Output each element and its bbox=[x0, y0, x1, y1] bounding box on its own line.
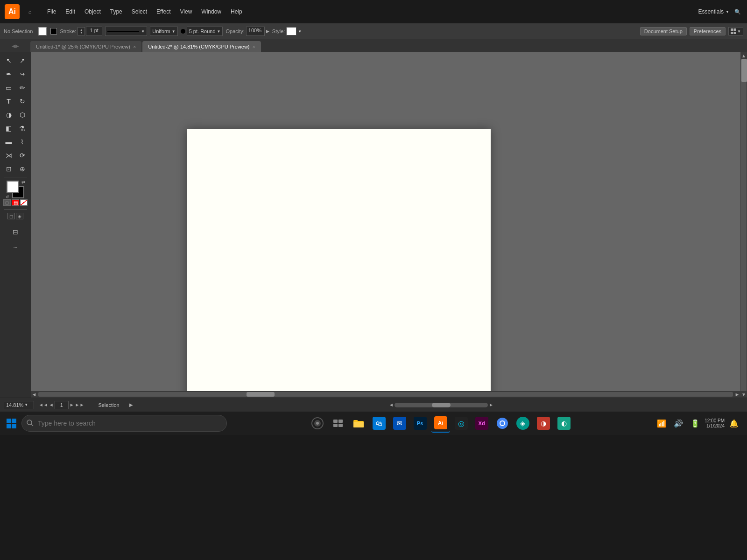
illustrator-icon[interactable]: Ai bbox=[431, 414, 450, 433]
horizontal-scrollbar[interactable]: ◄ ► bbox=[31, 391, 740, 398]
reset-colors-icon[interactable]: ↺ bbox=[6, 195, 9, 199]
blend-tool[interactable]: ▬ bbox=[2, 135, 15, 148]
first-page-button[interactable]: ◄◄ bbox=[39, 402, 48, 407]
stroke-type-dropdown[interactable]: Uniform ▼ bbox=[150, 27, 177, 36]
style-swatch[interactable] bbox=[286, 27, 296, 35]
menu-object[interactable]: Object bbox=[81, 7, 105, 16]
app9-icon[interactable]: ◎ bbox=[452, 414, 471, 433]
vertical-scrollbar[interactable]: ▲ ▼ bbox=[740, 52, 747, 398]
stroke-style-dropdown[interactable]: ▼ bbox=[105, 27, 147, 36]
shape-builder-tool[interactable]: ◑ bbox=[2, 108, 15, 121]
more-tools-button[interactable]: ··· bbox=[4, 241, 27, 254]
scroll-up-button[interactable]: ▲ bbox=[740, 52, 747, 59]
curvature-tool[interactable]: ↪ bbox=[16, 68, 29, 81]
prev-page-button[interactable]: ◄ bbox=[49, 402, 54, 407]
stroke-swatch-small[interactable] bbox=[50, 28, 57, 35]
warp-tool[interactable]: ⋊ bbox=[2, 149, 15, 162]
free-transform[interactable]: ⟳ bbox=[16, 149, 29, 162]
stroke-spinup[interactable]: ▲ ▼ bbox=[78, 27, 85, 35]
menu-edit[interactable]: Edit bbox=[62, 7, 79, 16]
volume-icon[interactable]: 🔊 bbox=[671, 416, 686, 431]
tab-1-close[interactable]: × bbox=[133, 44, 136, 49]
task-view-icon[interactable] bbox=[329, 414, 347, 433]
browser2-icon[interactable]: ◈ bbox=[514, 414, 532, 433]
live-paint-tool[interactable]: ⬡ bbox=[16, 108, 29, 121]
essentials-button[interactable]: Essentials ▼ bbox=[698, 8, 729, 15]
search-input[interactable] bbox=[38, 420, 222, 427]
opacity-input[interactable]: 100% bbox=[246, 27, 265, 36]
document-setup-button[interactable]: Document Setup bbox=[640, 27, 687, 35]
none-color-btn[interactable] bbox=[20, 199, 28, 206]
tab-untitled-2[interactable]: Untitled-2* @ 14.81% (CMYK/GPU Preview) … bbox=[142, 41, 261, 52]
h-scroll-thumb[interactable] bbox=[247, 392, 275, 397]
menu-help[interactable]: Help bbox=[227, 7, 246, 16]
tab-2-close[interactable]: × bbox=[253, 44, 255, 49]
zoom-dropdown[interactable]: 14.81% ▼ bbox=[4, 401, 34, 409]
menu-type[interactable]: Type bbox=[106, 7, 126, 16]
stroke-weight-input[interactable]: 1 pt bbox=[86, 27, 102, 36]
tab-untitled-1[interactable]: Untitled-1* @ 25% (CMYK/GPU Preview) × bbox=[30, 41, 141, 52]
h-scroll-track[interactable] bbox=[38, 392, 733, 397]
apply-edge-btn[interactable]: ◈ bbox=[16, 213, 23, 219]
apply-face-btn[interactable]: ◻ bbox=[7, 213, 15, 219]
battery-icon[interactable]: 🔋 bbox=[688, 416, 703, 431]
selection-tool[interactable]: ↖ bbox=[2, 54, 15, 67]
store-icon[interactable]: 🛍 bbox=[370, 414, 388, 433]
opacity-expand[interactable]: ▶ bbox=[266, 29, 269, 34]
search-icon[interactable]: 🔍 bbox=[733, 7, 742, 16]
menu-select[interactable]: Select bbox=[128, 7, 151, 16]
app14-icon[interactable]: ◐ bbox=[555, 414, 573, 433]
xd-icon[interactable]: Xd bbox=[472, 414, 491, 433]
rotate-tool[interactable]: ↻ bbox=[16, 95, 29, 108]
artboard-tool[interactable]: ⊡ bbox=[2, 162, 15, 175]
photoshop-icon[interactable]: Ps bbox=[411, 414, 430, 433]
fill-swatch[interactable] bbox=[38, 27, 47, 35]
preferences-button[interactable]: Preferences bbox=[690, 27, 726, 35]
menu-view[interactable]: View bbox=[176, 7, 196, 16]
last-page-button[interactable]: ►► bbox=[75, 402, 85, 407]
artboard-button[interactable]: ⊟ bbox=[4, 225, 27, 238]
scroll-down-button[interactable]: ▼ bbox=[740, 391, 747, 398]
zoom-tool[interactable]: ⊕ bbox=[16, 162, 29, 175]
next-page-button[interactable]: ► bbox=[70, 402, 74, 407]
scroll-track[interactable] bbox=[741, 59, 747, 391]
cortana-icon[interactable] bbox=[308, 414, 327, 433]
scroll-area-left[interactable]: ◄ bbox=[388, 402, 395, 408]
scroll-area-right[interactable]: ► bbox=[488, 402, 494, 408]
app13-icon[interactable]: ◑ bbox=[534, 414, 553, 433]
eyedropper-tool[interactable]: ⚗ bbox=[16, 122, 29, 135]
center-scroll-thumb[interactable] bbox=[432, 403, 451, 407]
gradient-color-btn[interactable]: ▤ bbox=[12, 199, 19, 206]
notification-icon[interactable]: 🔔 bbox=[726, 416, 741, 431]
swap-fill-stroke-icon[interactable]: ⇄ bbox=[21, 180, 25, 184]
home-button[interactable]: ⌂ bbox=[23, 5, 36, 18]
arrange-icons[interactable]: ▼ bbox=[728, 27, 743, 35]
scroll-thumb[interactable] bbox=[741, 59, 747, 82]
pencil-tool[interactable]: ✏ bbox=[16, 81, 29, 94]
type-tool[interactable]: T bbox=[2, 95, 15, 108]
foreground-swatch[interactable] bbox=[7, 181, 19, 193]
mail-icon[interactable]: ✉ bbox=[390, 414, 409, 433]
rectangle-tool[interactable]: ▭ bbox=[2, 81, 15, 94]
menu-effect[interactable]: Effect bbox=[153, 7, 174, 16]
play-button[interactable]: ▶ bbox=[128, 402, 134, 408]
paintbrush-tool[interactable]: ⌇ bbox=[16, 135, 29, 148]
start-button[interactable] bbox=[2, 414, 21, 433]
network-icon[interactable]: 📶 bbox=[654, 416, 669, 431]
brush-size-dropdown[interactable]: 5 pt. Round ▼ bbox=[187, 27, 223, 36]
chevron-down-icon[interactable]: ▼ bbox=[298, 29, 302, 34]
menu-file[interactable]: File bbox=[43, 7, 60, 16]
gradient-tool[interactable]: ◧ bbox=[2, 122, 15, 135]
scroll-right-button[interactable]: ► bbox=[734, 391, 740, 398]
solid-color-btn[interactable]: □ bbox=[3, 199, 11, 206]
chrome-icon[interactable] bbox=[493, 414, 512, 433]
page-input[interactable]: 1 bbox=[55, 401, 69, 409]
file-explorer-icon[interactable] bbox=[349, 414, 368, 433]
menu-window[interactable]: Window bbox=[197, 7, 225, 16]
scroll-left-button[interactable]: ◄ bbox=[31, 391, 37, 398]
search-bar[interactable] bbox=[21, 415, 227, 432]
direct-selection-tool[interactable]: ↗ bbox=[16, 54, 29, 67]
center-scroll-track[interactable] bbox=[395, 403, 488, 407]
pen-tool[interactable]: ✒ bbox=[2, 68, 15, 81]
clock[interactable]: 12:00 PM 1/1/2024 bbox=[705, 418, 725, 428]
